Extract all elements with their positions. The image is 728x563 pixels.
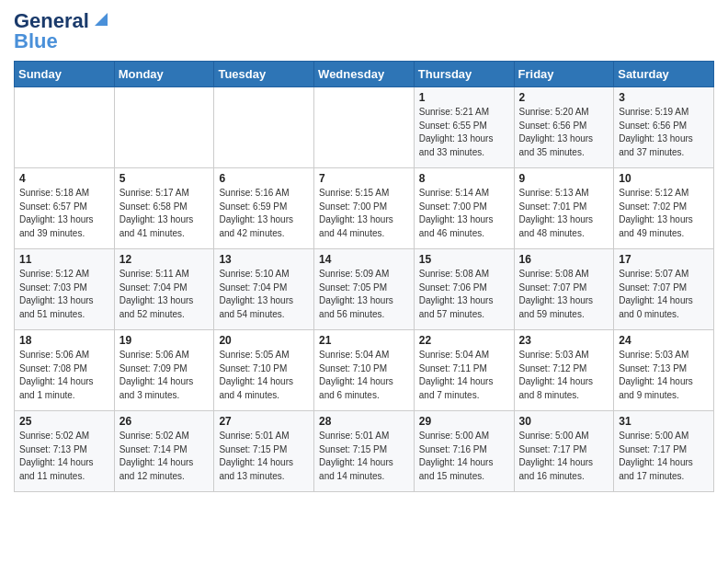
week-row-1: 1Sunrise: 5:21 AMSunset: 6:55 PMDaylight… [15, 87, 714, 168]
svg-marker-0 [95, 13, 108, 26]
week-row-5: 25Sunrise: 5:02 AMSunset: 7:13 PMDayligh… [15, 411, 714, 492]
logo: General Blue [14, 9, 111, 53]
day-number: 21 [319, 334, 409, 347]
day-content: Sunrise: 5:03 AMSunset: 7:12 PMDaylight:… [519, 349, 609, 402]
logo-blue: Blue [14, 29, 58, 53]
day-content: Sunrise: 5:20 AMSunset: 6:56 PMDaylight:… [519, 106, 609, 159]
weekday-wednesday: Wednesday [314, 62, 415, 87]
day-number: 27 [219, 415, 309, 428]
day-content: Sunrise: 5:05 AMSunset: 7:10 PMDaylight:… [219, 349, 309, 402]
day-content: Sunrise: 5:14 AMSunset: 7:00 PMDaylight:… [419, 187, 509, 240]
day-cell: 28Sunrise: 5:01 AMSunset: 7:15 PMDayligh… [314, 411, 415, 492]
day-cell [15, 87, 115, 168]
day-number: 19 [119, 334, 210, 347]
weekday-sunday: Sunday [15, 62, 115, 87]
day-number: 14 [319, 253, 409, 266]
day-number: 16 [519, 253, 609, 266]
week-row-3: 11Sunrise: 5:12 AMSunset: 7:03 PMDayligh… [15, 249, 714, 330]
day-content: Sunrise: 5:19 AMSunset: 6:56 PMDaylight:… [619, 106, 709, 159]
day-number: 9 [519, 172, 609, 185]
day-cell: 19Sunrise: 5:06 AMSunset: 7:09 PMDayligh… [114, 330, 214, 411]
day-cell: 1Sunrise: 5:21 AMSunset: 6:55 PMDaylight… [414, 87, 514, 168]
day-number: 11 [19, 253, 109, 266]
day-cell: 13Sunrise: 5:10 AMSunset: 7:04 PMDayligh… [214, 249, 314, 330]
header: General Blue [14, 9, 714, 53]
day-cell: 24Sunrise: 5:03 AMSunset: 7:13 PMDayligh… [614, 330, 714, 411]
day-cell: 6Sunrise: 5:16 AMSunset: 6:59 PMDaylight… [214, 168, 314, 249]
day-number: 22 [419, 334, 509, 347]
day-cell: 8Sunrise: 5:14 AMSunset: 7:00 PMDaylight… [414, 168, 514, 249]
day-number: 1 [419, 91, 509, 104]
day-content: Sunrise: 5:04 AMSunset: 7:10 PMDaylight:… [319, 349, 409, 402]
weekday-friday: Friday [514, 62, 614, 87]
day-cell: 14Sunrise: 5:09 AMSunset: 7:05 PMDayligh… [314, 249, 415, 330]
day-content: Sunrise: 5:13 AMSunset: 7:01 PMDaylight:… [519, 187, 609, 240]
day-cell [114, 87, 214, 168]
day-cell [314, 87, 415, 168]
day-number: 13 [219, 253, 309, 266]
day-cell: 30Sunrise: 5:00 AMSunset: 7:17 PMDayligh… [514, 411, 614, 492]
day-cell: 31Sunrise: 5:00 AMSunset: 7:17 PMDayligh… [614, 411, 714, 492]
day-content: Sunrise: 5:09 AMSunset: 7:05 PMDaylight:… [319, 268, 409, 321]
day-cell: 16Sunrise: 5:08 AMSunset: 7:07 PMDayligh… [514, 249, 614, 330]
day-content: Sunrise: 5:12 AMSunset: 7:02 PMDaylight:… [619, 187, 709, 240]
day-content: Sunrise: 5:00 AMSunset: 7:17 PMDaylight:… [619, 430, 709, 483]
week-row-4: 18Sunrise: 5:06 AMSunset: 7:08 PMDayligh… [15, 330, 714, 411]
day-content: Sunrise: 5:06 AMSunset: 7:09 PMDaylight:… [119, 349, 210, 402]
day-number: 5 [119, 172, 210, 185]
day-cell: 18Sunrise: 5:06 AMSunset: 7:08 PMDayligh… [15, 330, 115, 411]
day-number: 7 [319, 172, 409, 185]
day-number: 3 [619, 91, 709, 104]
day-content: Sunrise: 5:02 AMSunset: 7:14 PMDaylight:… [119, 430, 210, 483]
day-number: 8 [419, 172, 509, 185]
day-content: Sunrise: 5:01 AMSunset: 7:15 PMDaylight:… [319, 430, 409, 483]
day-cell: 4Sunrise: 5:18 AMSunset: 6:57 PMDaylight… [15, 168, 115, 249]
week-row-2: 4Sunrise: 5:18 AMSunset: 6:57 PMDaylight… [15, 168, 714, 249]
day-content: Sunrise: 5:12 AMSunset: 7:03 PMDaylight:… [19, 268, 109, 321]
day-content: Sunrise: 5:04 AMSunset: 7:11 PMDaylight:… [419, 349, 509, 402]
day-number: 26 [119, 415, 210, 428]
day-number: 23 [519, 334, 609, 347]
day-content: Sunrise: 5:10 AMSunset: 7:04 PMDaylight:… [219, 268, 309, 321]
day-cell: 25Sunrise: 5:02 AMSunset: 7:13 PMDayligh… [15, 411, 115, 492]
day-content: Sunrise: 5:00 AMSunset: 7:16 PMDaylight:… [419, 430, 509, 483]
day-cell: 15Sunrise: 5:08 AMSunset: 7:06 PMDayligh… [414, 249, 514, 330]
calendar: SundayMondayTuesdayWednesdayThursdayFrid… [14, 61, 714, 492]
day-number: 30 [519, 415, 609, 428]
day-number: 29 [419, 415, 509, 428]
day-cell: 17Sunrise: 5:07 AMSunset: 7:07 PMDayligh… [614, 249, 714, 330]
day-content: Sunrise: 5:07 AMSunset: 7:07 PMDaylight:… [619, 268, 709, 321]
day-number: 24 [619, 334, 709, 347]
weekday-thursday: Thursday [414, 62, 514, 87]
day-cell: 11Sunrise: 5:12 AMSunset: 7:03 PMDayligh… [15, 249, 115, 330]
day-cell: 22Sunrise: 5:04 AMSunset: 7:11 PMDayligh… [414, 330, 514, 411]
day-content: Sunrise: 5:03 AMSunset: 7:13 PMDaylight:… [619, 349, 709, 402]
day-number: 20 [219, 334, 309, 347]
day-cell: 3Sunrise: 5:19 AMSunset: 6:56 PMDaylight… [614, 87, 714, 168]
day-cell: 9Sunrise: 5:13 AMSunset: 7:01 PMDaylight… [514, 168, 614, 249]
day-cell: 20Sunrise: 5:05 AMSunset: 7:10 PMDayligh… [214, 330, 314, 411]
day-number: 18 [19, 334, 109, 347]
day-content: Sunrise: 5:06 AMSunset: 7:08 PMDaylight:… [19, 349, 109, 402]
day-number: 10 [619, 172, 709, 185]
day-content: Sunrise: 5:17 AMSunset: 6:58 PMDaylight:… [119, 187, 210, 240]
day-cell: 26Sunrise: 5:02 AMSunset: 7:14 PMDayligh… [114, 411, 214, 492]
day-number: 12 [119, 253, 210, 266]
weekday-tuesday: Tuesday [214, 62, 314, 87]
day-content: Sunrise: 5:21 AMSunset: 6:55 PMDaylight:… [419, 106, 509, 159]
day-number: 17 [619, 253, 709, 266]
day-number: 6 [219, 172, 309, 185]
day-cell: 12Sunrise: 5:11 AMSunset: 7:04 PMDayligh… [114, 249, 214, 330]
day-number: 2 [519, 91, 609, 104]
page: General Blue SundayMondayTuesdayWednesda… [0, 0, 728, 506]
logo-icon [91, 9, 111, 29]
day-cell: 21Sunrise: 5:04 AMSunset: 7:10 PMDayligh… [314, 330, 415, 411]
day-cell: 10Sunrise: 5:12 AMSunset: 7:02 PMDayligh… [614, 168, 714, 249]
weekday-header-row: SundayMondayTuesdayWednesdayThursdayFrid… [15, 62, 714, 87]
day-number: 4 [19, 172, 109, 185]
day-cell: 29Sunrise: 5:00 AMSunset: 7:16 PMDayligh… [414, 411, 514, 492]
day-content: Sunrise: 5:11 AMSunset: 7:04 PMDaylight:… [119, 268, 210, 321]
day-cell [214, 87, 314, 168]
day-content: Sunrise: 5:01 AMSunset: 7:15 PMDaylight:… [219, 430, 309, 483]
day-number: 28 [319, 415, 409, 428]
